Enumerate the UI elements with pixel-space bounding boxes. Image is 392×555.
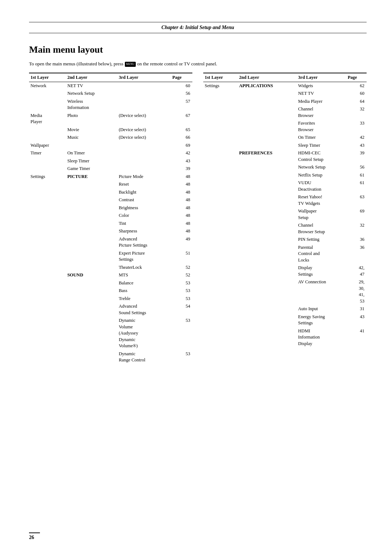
layer3-cell: Contrast	[117, 196, 171, 204]
layer3-cell: Advanced Sound Settings	[117, 303, 171, 317]
page-cell: 53	[171, 279, 192, 287]
layer1-cell	[203, 142, 238, 150]
layer2-cell: On Timer	[66, 149, 117, 157]
layer3-cell: Wallpaper Setup	[297, 207, 346, 222]
layer3-cell: Widgets	[297, 82, 346, 90]
layer2-cell: Movie	[66, 126, 117, 134]
layer3-cell: Balance	[117, 279, 171, 287]
layer1-cell	[203, 313, 238, 327]
layer3-cell	[117, 142, 171, 150]
layer1-cell	[29, 204, 66, 212]
page-cell: 52	[171, 264, 192, 272]
layer1-cell	[29, 220, 66, 228]
table-row: Wallpaper69	[29, 142, 192, 150]
layer2-cell: APPLICATIONS	[238, 82, 297, 90]
layer3-cell: Expert Picture Settings	[117, 250, 171, 264]
layer1-cell	[29, 212, 66, 220]
page-cell: 48	[171, 196, 192, 204]
page: Chapter 4: Initial Setup and Menu Main m…	[0, 0, 392, 555]
content-area: 1st Layer 2nd Layer 3rd Layer Page Netwo…	[29, 73, 367, 364]
layer2-cell	[66, 235, 117, 250]
left-header-l1: 1st Layer	[29, 73, 66, 82]
layer2-cell	[66, 181, 117, 189]
layer3-cell: TheaterLock	[117, 264, 171, 272]
layer2-cell	[238, 305, 297, 313]
layer3-cell: PIN Setting	[297, 236, 346, 244]
table-row: Contrast48	[29, 196, 192, 204]
layer2-cell	[238, 278, 297, 305]
table-row: Advanced Picture Settings49	[29, 235, 192, 250]
layer2-cell	[66, 295, 117, 303]
table-row: Tint48	[29, 220, 192, 228]
layer3-cell: (Device select)	[117, 112, 171, 126]
layer1-cell	[29, 317, 66, 350]
layer2-cell	[238, 171, 297, 179]
layer2-cell	[66, 303, 117, 317]
table-row: Dynamic Volume (Audyssey Dynamic Volume®…	[29, 317, 192, 350]
table-row: TimerOn Timer42	[29, 149, 192, 157]
layer3-cell: Dynamic Range Control	[117, 350, 171, 364]
page-cell: 32	[346, 105, 367, 119]
layer2-cell	[238, 105, 297, 119]
layer2-cell	[66, 287, 117, 295]
layer2-cell: NET TV	[66, 82, 117, 90]
layer3-cell: Dynamic Volume (Audyssey Dynamic Volume®…	[117, 317, 171, 350]
layer3-cell	[117, 98, 171, 112]
layer2-cell: Sleep Timer	[66, 157, 117, 165]
table-row: Auto Input31	[203, 305, 367, 313]
layer1-cell	[29, 98, 66, 112]
layer3-cell: Reset Yahoo! TV Widgets	[297, 193, 346, 207]
layer2-cell: PREFERENCES	[238, 149, 297, 163]
table-row: TheaterLock52	[29, 264, 192, 272]
page-cell: 65	[171, 126, 192, 134]
table-row: NET TV60	[203, 90, 367, 98]
layer1-cell: Settings	[29, 173, 66, 181]
layer2-cell: PICTURE	[66, 173, 117, 181]
layer3-cell	[117, 149, 171, 157]
layer1-cell	[203, 264, 238, 278]
layer2-cell: Network Setup	[66, 90, 117, 98]
table-row: Expert Picture Settings51	[29, 250, 192, 264]
layer3-cell: Auto Input	[297, 305, 346, 313]
layer3-cell: VUDU Deactivation	[297, 179, 346, 193]
table-row: Advanced Sound Settings54	[29, 303, 192, 317]
table-row: Wireless Information57	[29, 98, 192, 112]
page-cell: 57	[171, 98, 192, 112]
right-header-page: Page	[346, 73, 367, 82]
layer2-cell	[66, 250, 117, 264]
layer2-cell	[238, 90, 297, 98]
layer1-cell	[29, 227, 66, 235]
layer1-cell	[29, 181, 66, 189]
page-cell: 48	[171, 204, 192, 212]
layer2-cell	[238, 134, 297, 142]
layer1-cell	[203, 105, 238, 119]
right-menu-table: 1st Layer 2nd Layer 3rd Layer Page Setti…	[203, 73, 367, 348]
layer2-cell: Music	[66, 134, 117, 142]
layer2-cell	[238, 327, 297, 348]
table-row: Game Timer39	[29, 165, 192, 173]
layer3-cell: Backlight	[117, 189, 171, 197]
layer3-cell: NET TV	[297, 90, 346, 98]
layer1-cell	[203, 119, 238, 134]
layer2-cell	[238, 98, 297, 106]
layer2-cell: Photo	[66, 112, 117, 126]
layer1-cell	[29, 303, 66, 317]
layer2-cell	[238, 119, 297, 134]
layer3-cell: Media Player	[297, 98, 346, 106]
table-row: Media Player64	[203, 98, 367, 106]
table-row: Channel Browser32	[203, 105, 367, 119]
page-cell: 48	[171, 212, 192, 220]
layer3-cell: (Device select)	[117, 126, 171, 134]
page-cell: 51	[171, 250, 192, 264]
page-cell: 42, 47	[346, 264, 367, 278]
table-row: Reset48	[29, 181, 192, 189]
layer1-cell	[203, 244, 238, 264]
page-cell: 49	[171, 235, 192, 250]
layer2-cell	[66, 212, 117, 220]
layer1-cell	[203, 207, 238, 222]
page-cell: 36	[346, 236, 367, 244]
layer2-cell	[66, 264, 117, 272]
page-cell: 69	[171, 142, 192, 150]
layer2-cell	[66, 204, 117, 212]
left-column: 1st Layer 2nd Layer 3rd Layer Page Netwo…	[29, 73, 192, 364]
